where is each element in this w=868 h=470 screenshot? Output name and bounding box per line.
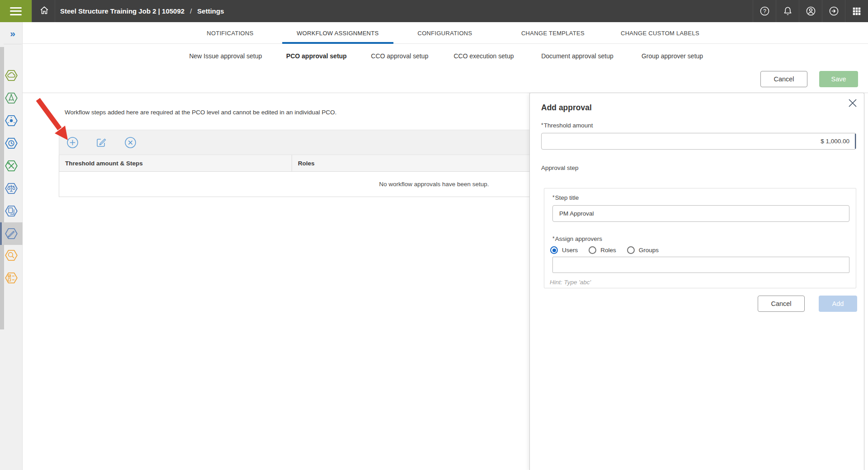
divider <box>4 44 22 44</box>
radio-users-label: Users <box>562 247 578 254</box>
breadcrumb: Steel Structure Training Job 2 | 105092 … <box>60 0 224 22</box>
subtab-group-approver-setup[interactable]: Group approver setup <box>642 44 703 68</box>
notifications-bell-icon <box>783 6 793 16</box>
delete-workflow-button[interactable] <box>124 136 137 149</box>
threshold-amount-input[interactable] <box>541 133 856 150</box>
add-workflow-button[interactable] <box>66 136 79 149</box>
change-module-icon <box>4 226 19 241</box>
hub-module-icon <box>4 113 19 128</box>
panel-close-button[interactable] <box>846 97 859 110</box>
sidebar-item-drafting[interactable] <box>0 87 23 109</box>
topbar-icon-group: ? <box>753 0 868 22</box>
threshold-amount-label: *Threshold amount <box>541 122 593 129</box>
tab-change-custom-labels[interactable]: CHANGE CUSTOM LABELS <box>606 22 714 44</box>
explore-module-icon <box>4 248 19 263</box>
sidebar-item-scales[interactable] <box>0 177 23 200</box>
radio-unselected-icon <box>589 246 596 254</box>
tab-notifications[interactable]: NOTIFICATIONS <box>192 22 268 44</box>
radio-groups[interactable]: Groups <box>627 246 659 254</box>
sidebar-item-explore[interactable] <box>0 244 23 267</box>
top-bar: Steel Structure Training Job 2 | 105092 … <box>0 0 868 22</box>
notifications-button[interactable] <box>776 0 799 22</box>
sidebar-expand-button[interactable]: » <box>4 26 22 41</box>
edit-icon <box>95 136 107 148</box>
sidebar-item-tools[interactable] <box>0 155 23 177</box>
scales-module-icon <box>4 181 19 196</box>
radio-unselected-icon <box>627 246 635 254</box>
subtab-document-approval-setup[interactable]: Document approval setup <box>541 44 613 68</box>
sidebar-item-cloud[interactable] <box>0 64 23 87</box>
documents-module-icon <box>4 203 19 219</box>
left-sidebar: » <box>0 22 23 470</box>
account-icon <box>806 6 816 16</box>
radio-users[interactable]: Users <box>550 246 578 254</box>
hamburger-menu-button[interactable] <box>0 0 32 22</box>
app-root: Steel Structure Training Job 2 | 105092 … <box>0 0 868 470</box>
hamburger-icon <box>10 7 22 9</box>
delete-icon <box>124 136 137 149</box>
launch-icon <box>829 6 839 16</box>
step-title-input[interactable] <box>552 205 849 222</box>
approver-type-radio-group: Users Roles Groups <box>550 246 670 254</box>
sidebar-item-documents[interactable] <box>0 200 23 222</box>
launch-button[interactable] <box>822 0 845 22</box>
add-approval-panel: Add approval *Threshold amount Approval … <box>529 93 864 470</box>
column-header-threshold[interactable]: Threshold amount & Steps <box>59 155 292 171</box>
home-icon <box>39 5 49 15</box>
svg-text:?: ? <box>763 8 766 14</box>
radio-groups-label: Groups <box>639 247 659 254</box>
panel-cancel-button[interactable]: Cancel <box>758 296 805 312</box>
breadcrumb-page: Settings <box>197 7 224 15</box>
required-marker: * <box>552 235 555 242</box>
tab-configurations[interactable]: CONFIGURATIONS <box>403 22 487 44</box>
close-icon <box>847 98 858 108</box>
subtab-new-issue-approval-setup[interactable]: New Issue approval setup <box>189 44 262 68</box>
required-marker: * <box>552 194 555 201</box>
cloud-module-icon <box>4 68 19 83</box>
subtab-pco-approval-setup[interactable]: PCO approval setup <box>286 44 347 68</box>
panel-title: Add approval <box>541 103 592 113</box>
subtab-cco-approval-setup[interactable]: CCO approval setup <box>371 44 429 68</box>
radio-roles[interactable]: Roles <box>589 246 616 254</box>
page-cancel-button[interactable]: Cancel <box>760 71 807 87</box>
help-icon: ? <box>760 6 770 16</box>
breadcrumb-project[interactable]: Steel Structure Training Job 2 | 105092 <box>60 7 184 15</box>
sidebar-item-change[interactable] <box>0 222 23 245</box>
tab-workflow-assignments[interactable]: WORKFLOW ASSIGNMENTS <box>282 22 393 44</box>
add-icon <box>66 136 79 149</box>
sidebar-item-schedule[interactable] <box>0 132 23 155</box>
panel-add-button[interactable]: Add <box>819 296 857 312</box>
apps-grid-button[interactable] <box>845 0 868 22</box>
assign-approvers-label: *Assign approvers <box>552 235 602 242</box>
approvers-search-input[interactable] <box>552 257 849 273</box>
breadcrumb-separator: / <box>190 7 192 15</box>
radio-roles-label: Roles <box>600 247 616 254</box>
subtab-cco-execution-setup[interactable]: CCO execution setup <box>453 44 514 68</box>
workflow-note: Workflow steps added here are required a… <box>65 109 337 116</box>
forms-module-icon <box>4 270 19 286</box>
home-button[interactable] <box>36 0 52 22</box>
topbar-separator <box>55 0 55 22</box>
tools-module-icon <box>4 158 19 174</box>
schedule-module-icon <box>4 136 19 151</box>
text-caret <box>855 134 856 149</box>
topbar-separator <box>32 0 32 22</box>
tab-change-templates[interactable]: CHANGE TEMPLATES <box>507 22 599 44</box>
drafting-module-icon <box>4 90 19 106</box>
edit-workflow-button[interactable] <box>95 136 108 149</box>
workflow-subtab-bar: New Issue approval setup PCO approval se… <box>23 44 868 68</box>
step-title-label: *Step title <box>552 194 579 201</box>
settings-tab-bar: NOTIFICATIONS WORKFLOW ASSIGNMENTS CONFI… <box>23 22 868 44</box>
account-button[interactable] <box>799 0 822 22</box>
help-button[interactable]: ? <box>753 0 776 22</box>
sidebar-item-hub[interactable] <box>0 109 23 132</box>
approvers-hint: Hint: Type 'abc' <box>550 279 591 286</box>
required-marker: * <box>541 122 543 128</box>
sidebar-item-forms[interactable] <box>0 267 23 289</box>
approval-step-section-label: Approval step <box>541 164 579 171</box>
approval-step-group: *Step title *Assign approvers Users Role… <box>544 188 856 288</box>
radio-selected-icon <box>550 246 558 254</box>
apps-grid-icon <box>852 6 862 16</box>
page-save-button[interactable]: Save <box>819 71 858 87</box>
